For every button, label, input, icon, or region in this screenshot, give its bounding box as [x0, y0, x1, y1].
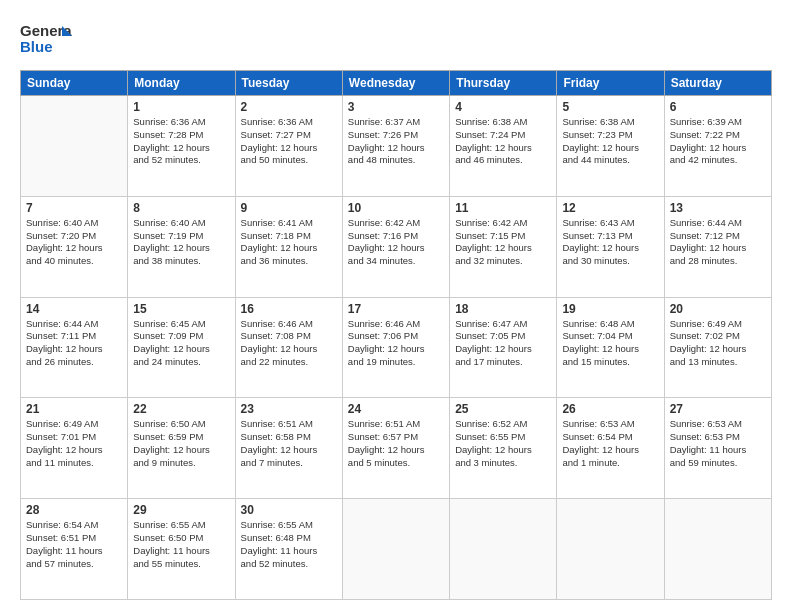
cell-line: and 55 minutes. [133, 558, 229, 571]
calendar-cell: 8Sunrise: 6:40 AMSunset: 7:19 PMDaylight… [128, 196, 235, 297]
day-number: 15 [133, 302, 229, 316]
cell-line: Daylight: 12 hours [562, 343, 658, 356]
cell-line: and 52 minutes. [241, 558, 337, 571]
cell-line: Daylight: 12 hours [26, 343, 122, 356]
cell-line: Daylight: 12 hours [348, 242, 444, 255]
cell-line: Daylight: 12 hours [348, 343, 444, 356]
cell-line: and 40 minutes. [26, 255, 122, 268]
cell-line: and 3 minutes. [455, 457, 551, 470]
cell-line: and 24 minutes. [133, 356, 229, 369]
cell-line: Daylight: 11 hours [241, 545, 337, 558]
cell-line: Daylight: 12 hours [241, 343, 337, 356]
header-monday: Monday [128, 71, 235, 96]
calendar-page: General Blue SundayMondayTuesdayWednesda… [0, 0, 792, 612]
cell-line: Sunset: 7:12 PM [670, 230, 766, 243]
cell-line: Sunset: 7:06 PM [348, 330, 444, 343]
cell-line: Sunrise: 6:51 AM [348, 418, 444, 431]
header-wednesday: Wednesday [342, 71, 449, 96]
calendar-cell: 3Sunrise: 6:37 AMSunset: 7:26 PMDaylight… [342, 96, 449, 197]
day-number: 6 [670, 100, 766, 114]
cell-line: Sunrise: 6:49 AM [26, 418, 122, 431]
cell-line: Daylight: 12 hours [241, 444, 337, 457]
cell-line: Sunrise: 6:42 AM [348, 217, 444, 230]
calendar-table: SundayMondayTuesdayWednesdayThursdayFrid… [20, 70, 772, 600]
calendar-cell [450, 499, 557, 600]
day-number: 28 [26, 503, 122, 517]
cell-line: Sunrise: 6:40 AM [133, 217, 229, 230]
cell-line: Daylight: 12 hours [562, 242, 658, 255]
cell-line: Sunrise: 6:46 AM [348, 318, 444, 331]
cell-line: Daylight: 12 hours [241, 142, 337, 155]
cell-line: and 42 minutes. [670, 154, 766, 167]
cell-line: Sunset: 7:04 PM [562, 330, 658, 343]
cell-line: Sunset: 6:53 PM [670, 431, 766, 444]
week-row-2: 7Sunrise: 6:40 AMSunset: 7:20 PMDaylight… [21, 196, 772, 297]
day-number: 19 [562, 302, 658, 316]
day-number: 25 [455, 402, 551, 416]
cell-line: Sunset: 6:48 PM [241, 532, 337, 545]
day-number: 16 [241, 302, 337, 316]
cell-line: Sunset: 7:05 PM [455, 330, 551, 343]
cell-line: Daylight: 12 hours [670, 142, 766, 155]
cell-line: and 13 minutes. [670, 356, 766, 369]
calendar-cell: 9Sunrise: 6:41 AMSunset: 7:18 PMDaylight… [235, 196, 342, 297]
header-saturday: Saturday [664, 71, 771, 96]
cell-line: Sunrise: 6:53 AM [670, 418, 766, 431]
calendar-cell: 14Sunrise: 6:44 AMSunset: 7:11 PMDayligh… [21, 297, 128, 398]
cell-line: Sunset: 7:18 PM [241, 230, 337, 243]
cell-line: and 11 minutes. [26, 457, 122, 470]
cell-line: Daylight: 12 hours [455, 343, 551, 356]
cell-line: Sunset: 6:54 PM [562, 431, 658, 444]
day-number: 20 [670, 302, 766, 316]
cell-line: Sunset: 7:27 PM [241, 129, 337, 142]
day-number: 5 [562, 100, 658, 114]
calendar-cell: 7Sunrise: 6:40 AMSunset: 7:20 PMDaylight… [21, 196, 128, 297]
day-number: 26 [562, 402, 658, 416]
cell-line: Sunset: 7:02 PM [670, 330, 766, 343]
cell-line: Sunset: 7:13 PM [562, 230, 658, 243]
day-number: 12 [562, 201, 658, 215]
cell-line: Daylight: 12 hours [670, 242, 766, 255]
cell-line: Sunset: 7:15 PM [455, 230, 551, 243]
calendar-cell: 11Sunrise: 6:42 AMSunset: 7:15 PMDayligh… [450, 196, 557, 297]
cell-line: Sunrise: 6:44 AM [670, 217, 766, 230]
cell-line: and 7 minutes. [241, 457, 337, 470]
calendar-cell: 13Sunrise: 6:44 AMSunset: 7:12 PMDayligh… [664, 196, 771, 297]
header-friday: Friday [557, 71, 664, 96]
cell-line: Sunset: 7:11 PM [26, 330, 122, 343]
day-number: 14 [26, 302, 122, 316]
cell-line: and 34 minutes. [348, 255, 444, 268]
cell-line: Daylight: 12 hours [455, 444, 551, 457]
cell-line: Sunrise: 6:52 AM [455, 418, 551, 431]
day-number: 7 [26, 201, 122, 215]
cell-line: and 48 minutes. [348, 154, 444, 167]
week-row-3: 14Sunrise: 6:44 AMSunset: 7:11 PMDayligh… [21, 297, 772, 398]
day-number: 24 [348, 402, 444, 416]
calendar-cell: 18Sunrise: 6:47 AMSunset: 7:05 PMDayligh… [450, 297, 557, 398]
calendar-cell: 10Sunrise: 6:42 AMSunset: 7:16 PMDayligh… [342, 196, 449, 297]
day-number: 9 [241, 201, 337, 215]
calendar-cell: 22Sunrise: 6:50 AMSunset: 6:59 PMDayligh… [128, 398, 235, 499]
cell-line: Sunrise: 6:55 AM [241, 519, 337, 532]
cell-line: and 15 minutes. [562, 356, 658, 369]
cell-line: Sunrise: 6:44 AM [26, 318, 122, 331]
day-number: 4 [455, 100, 551, 114]
calendar-cell: 21Sunrise: 6:49 AMSunset: 7:01 PMDayligh… [21, 398, 128, 499]
cell-line: Sunset: 6:58 PM [241, 431, 337, 444]
svg-text:Blue: Blue [20, 38, 53, 55]
cell-line: Sunset: 7:19 PM [133, 230, 229, 243]
cell-line: Sunset: 7:26 PM [348, 129, 444, 142]
cell-line: and 5 minutes. [348, 457, 444, 470]
cell-line: and 32 minutes. [455, 255, 551, 268]
calendar-cell: 25Sunrise: 6:52 AMSunset: 6:55 PMDayligh… [450, 398, 557, 499]
header-sunday: Sunday [21, 71, 128, 96]
header-thursday: Thursday [450, 71, 557, 96]
cell-line: and 46 minutes. [455, 154, 551, 167]
cell-line: Sunset: 6:55 PM [455, 431, 551, 444]
calendar-cell: 23Sunrise: 6:51 AMSunset: 6:58 PMDayligh… [235, 398, 342, 499]
cell-line: Sunrise: 6:50 AM [133, 418, 229, 431]
calendar-cell: 28Sunrise: 6:54 AMSunset: 6:51 PMDayligh… [21, 499, 128, 600]
cell-line: and 19 minutes. [348, 356, 444, 369]
logo: General Blue [20, 18, 72, 62]
cell-line: Daylight: 12 hours [133, 444, 229, 457]
